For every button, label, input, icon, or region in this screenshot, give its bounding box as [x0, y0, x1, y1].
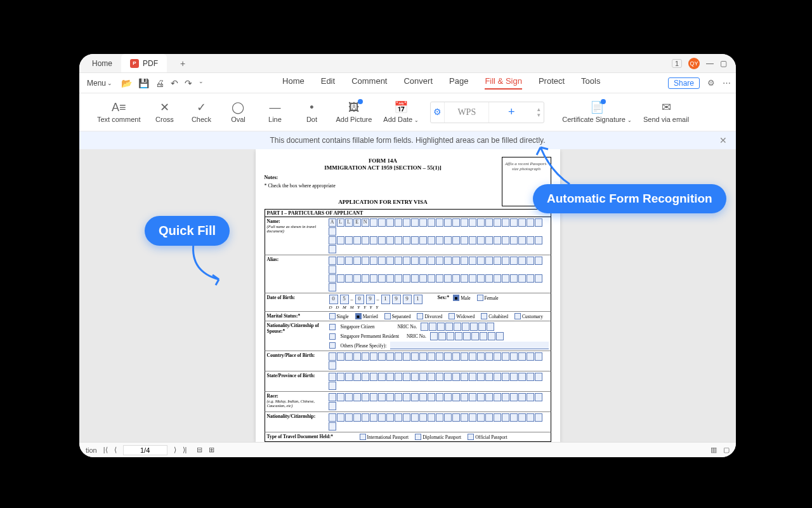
cell[interactable] [444, 218, 452, 227]
cell[interactable] [494, 257, 501, 265]
cell[interactable] [452, 236, 460, 244]
cell[interactable] [469, 352, 476, 361]
cell[interactable] [428, 236, 435, 244]
dob-y2[interactable]: 9 [392, 295, 401, 304]
cell[interactable] [535, 257, 542, 265]
cell[interactable] [527, 413, 534, 422]
cell[interactable] [419, 352, 427, 361]
cell[interactable] [378, 352, 386, 361]
dob-y1[interactable]: 1 [381, 295, 390, 304]
page-first-icon[interactable]: |⟨ [103, 446, 108, 454]
cell[interactable] [461, 352, 468, 361]
signature-gear[interactable]: ⚙ [431, 102, 445, 123]
save-icon[interactable]: 💾 [138, 78, 149, 88]
cell[interactable] [403, 352, 410, 361]
cell[interactable] [461, 218, 468, 227]
cell[interactable] [353, 393, 361, 401]
cell[interactable] [477, 393, 485, 401]
cell[interactable] [428, 373, 435, 381]
cell[interactable] [345, 352, 353, 361]
cell[interactable] [535, 393, 542, 401]
checkbox[interactable] [384, 313, 391, 319]
cell[interactable] [502, 393, 509, 401]
cell[interactable] [403, 257, 410, 265]
state-birth-cells[interactable] [329, 373, 549, 390]
cell[interactable] [378, 373, 386, 381]
nric-1[interactable] [421, 323, 494, 331]
spouse-opt-0-check[interactable] [329, 324, 336, 330]
cell[interactable] [527, 352, 534, 361]
cell[interactable] [362, 257, 369, 265]
sig-down-icon[interactable]: ▼ [536, 112, 541, 118]
cell[interactable] [502, 413, 509, 422]
cell[interactable] [494, 393, 501, 401]
cell[interactable] [362, 274, 369, 283]
cell[interactable] [444, 373, 452, 381]
cell[interactable] [527, 236, 534, 244]
collapse-plus-icon[interactable]: ⊞ [209, 446, 214, 454]
settings-icon[interactable]: ⚙ [707, 78, 715, 88]
cell[interactable]: E [353, 218, 361, 227]
spouse-opt-1-check[interactable] [329, 333, 336, 340]
page-prev-icon[interactable]: ⟨ [114, 446, 117, 454]
cell[interactable] [510, 352, 518, 361]
tab-active-pdf[interactable]: P PDF [121, 54, 167, 72]
cell[interactable] [494, 352, 501, 361]
page-number-input[interactable] [123, 445, 167, 455]
checkbox[interactable] [449, 313, 455, 319]
cell[interactable] [345, 236, 353, 244]
cell[interactable] [470, 323, 478, 331]
line-button[interactable]: ― Line [262, 101, 287, 123]
cell[interactable] [403, 236, 410, 244]
cell[interactable] [419, 236, 427, 244]
cell[interactable] [370, 393, 377, 401]
cell[interactable] [411, 236, 419, 244]
cell[interactable] [353, 274, 361, 283]
cell[interactable] [345, 274, 353, 283]
cell[interactable] [378, 413, 386, 422]
cell[interactable] [518, 236, 526, 244]
cell[interactable] [403, 373, 410, 381]
alias-cells-row2[interactable] [329, 274, 549, 291]
cell[interactable] [485, 413, 493, 422]
cell[interactable] [510, 257, 518, 265]
name-cells-row2[interactable] [329, 236, 549, 253]
cell[interactable] [411, 413, 419, 422]
cell[interactable] [411, 393, 419, 401]
cell[interactable] [378, 257, 386, 265]
cell[interactable] [452, 352, 460, 361]
page-next-icon[interactable]: ⟩ [174, 446, 176, 454]
cell[interactable] [455, 332, 462, 340]
dob-y3[interactable]: 9 [403, 295, 412, 304]
cell[interactable] [469, 393, 476, 401]
cell[interactable] [395, 236, 402, 244]
cell[interactable] [452, 274, 460, 283]
cell[interactable] [494, 413, 501, 422]
new-tab-button[interactable]: + [173, 58, 192, 69]
cell[interactable] [329, 257, 336, 265]
add-date-button[interactable]: 📅 Add Date ⌄ [383, 101, 419, 123]
cell[interactable] [337, 257, 344, 265]
cell[interactable] [395, 257, 402, 265]
cell[interactable] [510, 393, 518, 401]
view-fullscreen-icon[interactable]: ▢ [723, 446, 730, 454]
cell[interactable] [329, 245, 336, 253]
cell[interactable] [462, 323, 469, 331]
checkbox[interactable] [415, 434, 421, 440]
cell[interactable] [518, 274, 526, 283]
share-button[interactable]: Share [668, 77, 700, 89]
user-avatar[interactable]: QY [688, 58, 700, 69]
cell[interactable] [337, 393, 344, 401]
race-cells[interactable] [329, 393, 549, 410]
dob-m2[interactable]: 9 [366, 295, 375, 304]
cell[interactable] [478, 323, 486, 331]
cell[interactable] [378, 393, 386, 401]
cell[interactable] [502, 352, 509, 361]
cell[interactable] [452, 257, 460, 265]
cell[interactable] [535, 352, 542, 361]
cell[interactable] [444, 236, 452, 244]
cell[interactable] [428, 393, 435, 401]
cell[interactable] [419, 413, 427, 422]
cell[interactable] [444, 352, 452, 361]
checkbox[interactable]: ■ [355, 313, 362, 319]
